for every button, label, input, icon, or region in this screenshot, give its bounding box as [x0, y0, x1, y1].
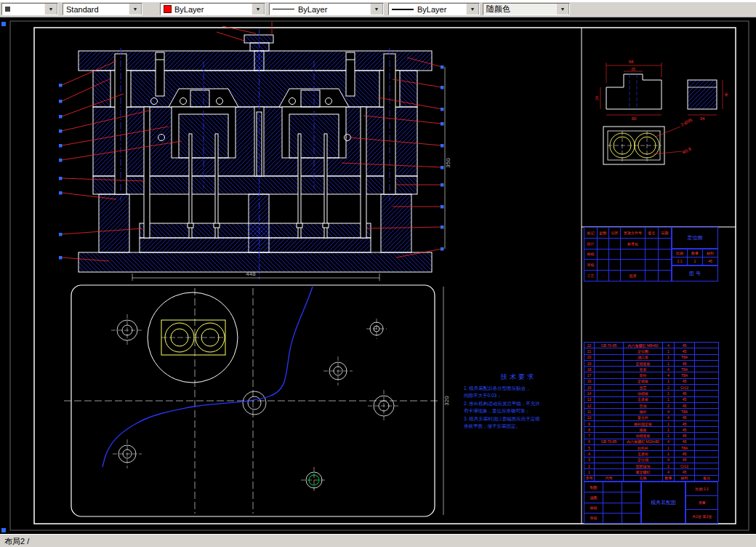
- dimension-label: 25: [631, 67, 635, 71]
- title-block-row: 质量: [686, 496, 718, 510]
- dimension-label: 58: [629, 60, 634, 64]
- dimension-label: 60: [632, 116, 637, 121]
- part-title-block-right: 定位圈 比例 数量 材料 1:1 1 45 图 号: [672, 227, 718, 282]
- mold-plan-view: 320: [64, 285, 450, 516]
- bom-row: 6GB 70-85内六角螺钉 M10×80 445: [584, 439, 719, 444]
- statusbar: 布局2 /: [0, 534, 756, 547]
- linetype-dropdown[interactable]: ByLayer ▼: [269, 3, 384, 15]
- chevron-down-icon[interactable]: ▼: [44, 3, 57, 15]
- tech-requirement-line: 有卡滞现象，复位应准确可靠；: [464, 407, 573, 415]
- dimension-label: 24: [595, 96, 599, 100]
- bom-row: 9推杆固定板 145: [584, 420, 719, 426]
- dimension-label: R0.8: [682, 146, 693, 155]
- chevron-down-icon[interactable]: ▼: [252, 3, 265, 15]
- title-block-row: 审核: [584, 260, 672, 271]
- lineweight-line-icon: [392, 9, 414, 10]
- bom-row: 21定位圈 145: [584, 348, 719, 354]
- title-block-row: 制图: [584, 482, 641, 492]
- bom-row: 7动模座板 145: [584, 433, 719, 439]
- title-block-row: 标记处数分区 更改文件号签名日期: [584, 228, 672, 239]
- text-style-dropdown[interactable]: Standard ▼: [63, 3, 142, 15]
- drawing-title: 模具装配图: [641, 482, 685, 524]
- tech-requirement-line: 1. 模具装配后各分型面应贴合，: [464, 385, 573, 392]
- title-block-row: 审核: [584, 513, 641, 523]
- bom-row: 19定模座板 145: [584, 360, 719, 366]
- plotstyle-dropdown[interactable]: 随颜色 ▼: [483, 3, 570, 15]
- properties-toolbar: ▼ Standard ▼ ByLayer ▼ ByLayer ▼ ByLayer…: [0, 2, 756, 17]
- lineweight-dropdown[interactable]: ByLayer ▼: [388, 3, 480, 15]
- bom-table: 22GB 70-85内六角螺钉 M8×60 445 21定位圈 145 20浇口…: [584, 342, 718, 482]
- bom-row: 15型芯 2Cr12: [584, 385, 719, 391]
- bom-row: 4支承柱 145: [584, 451, 719, 457]
- main-title-block: 制图 描图 校核 审核 模具装配图 比例 1:1质量共1张 第1张: [584, 482, 718, 524]
- title-block-row: 共1张 第1张: [686, 510, 718, 524]
- chevron-down-icon[interactable]: ▼: [370, 3, 383, 15]
- color-dropdown[interactable]: ByLayer ▼: [160, 3, 265, 15]
- title-block-row: 描图: [584, 492, 641, 503]
- bom-row: 13支承板 145: [584, 396, 719, 402]
- lineweight-value: ByLayer: [417, 5, 446, 14]
- linetype-value: ByLayer: [298, 5, 327, 14]
- color-swatch-icon: [164, 5, 172, 13]
- layer-state-icon: [5, 7, 10, 12]
- technical-requirements-lines: 1. 模具装配后各分型面应贴合， 间隙不大于0.03；2. 推出机构运动应灵活平…: [464, 385, 573, 430]
- bom-row: 2型腔镶块 2Cr12: [584, 463, 719, 468]
- bom-row: 10复位杆 445: [584, 415, 719, 420]
- plotstyle-value: 随颜色: [486, 4, 510, 15]
- title-block-row: 校核: [584, 249, 672, 260]
- part-name: 定位圈: [672, 227, 718, 249]
- technical-requirements-title: 技术要求: [464, 372, 573, 382]
- title-block-row: 比例 1:1: [686, 482, 718, 496]
- bom-row: 3定位销 445: [584, 457, 719, 463]
- detail-views: 58 25 24 60 40 34: [595, 60, 728, 164]
- drawing-canvas[interactable]: 448 350: [0, 17, 756, 534]
- tech-requirement-line: 座板平面，便于安装固定。: [464, 423, 573, 430]
- tech-requirement-line: 2. 推出机构运动应灵活平稳，不允许: [464, 400, 573, 407]
- title-block-row: 设计 标准化: [584, 238, 672, 249]
- layer-dropdown[interactable]: ▼: [1, 3, 58, 15]
- dimension-label: 40: [724, 92, 728, 97]
- tech-requirement-line: 3. 模具安装时浇口套端面应高于定模: [464, 415, 573, 423]
- bom-row: 5拉料杆 1T8A: [584, 445, 719, 451]
- technical-requirements: 技术要求 1. 模具装配后各分型面应贴合， 间隙不大于0.03；2. 推出机构运…: [464, 372, 573, 430]
- linetype-line-icon: [273, 9, 294, 9]
- viewport-grips[interactable]: [1, 22, 6, 532]
- bom-row: 22GB 70-85内六角螺钉 M8×60 445: [584, 343, 719, 348]
- part-title-block: 标记处数分区 更改文件号签名日期 设计 标准化 校核 审核 工艺 批准 定位圈: [584, 227, 718, 282]
- parting-line-curve: [102, 287, 313, 467]
- dimension-label: 448: [246, 271, 256, 277]
- bom-header-row: 序号代号名称 数量材料备注: [584, 475, 719, 481]
- bom-row: 11推杆 4T8A: [584, 409, 719, 415]
- tech-requirement-line: 间隙不大于0.03；: [464, 392, 573, 399]
- bom-row: 20浇口套 1T8A: [584, 354, 719, 360]
- bom-row: 16定模板 145: [584, 378, 719, 384]
- title-block-row: 工艺 批准: [584, 271, 672, 282]
- dimension-label: 350: [445, 158, 451, 168]
- mold-section-view: [79, 22, 432, 279]
- drawing-number: 图 号: [672, 265, 718, 282]
- layout-tab-label[interactable]: 布局2 /: [4, 536, 29, 547]
- dimension-label: 2-Ø35: [680, 117, 693, 127]
- bom-row: 17导柱 4T8A: [584, 372, 719, 378]
- chevron-down-icon[interactable]: ▼: [556, 3, 569, 15]
- chevron-down-icon[interactable]: ▼: [466, 3, 479, 15]
- bom-row: 14动模板 145: [584, 391, 719, 396]
- chevron-down-icon[interactable]: ▼: [129, 3, 142, 15]
- bom-row: 1紧定螺钉 445: [584, 469, 719, 475]
- part-title-block-left: 标记处数分区 更改文件号签名日期 设计 标准化 校核 审核 工艺 批准: [584, 227, 672, 282]
- bom-row: 8推板 145: [584, 427, 719, 433]
- text-style-value: Standard: [66, 5, 99, 14]
- dimension-label: 320: [443, 396, 450, 406]
- dimension-label: 34: [700, 116, 705, 121]
- bom-row: 18导套 4T8A: [584, 367, 719, 372]
- title-block-row: 校核: [584, 503, 641, 513]
- bom-row: 12垫块 245: [584, 402, 719, 408]
- color-value: ByLayer: [174, 5, 204, 14]
